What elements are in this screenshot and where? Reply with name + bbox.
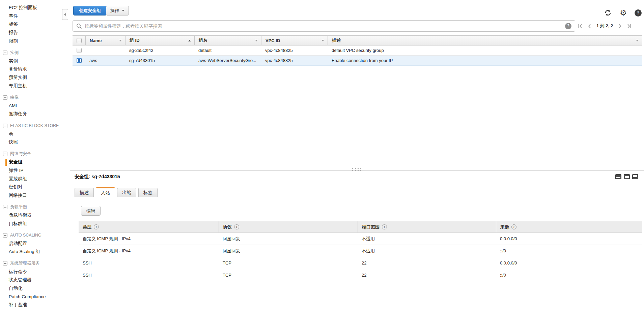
sidebar-item-instances[interactable]: 实例 (0, 57, 70, 65)
cell-description: default VPC security group (328, 45, 642, 55)
sidebar-item-tags[interactable]: 标签 (0, 20, 70, 29)
sidebar-section-systems-manager[interactable]: 系统管理器服务 (0, 259, 70, 268)
rules-column-port-range: 端口范围i (358, 221, 496, 232)
splitter-drag-handle[interactable] (352, 168, 362, 170)
select-all-checkbox[interactable] (77, 38, 82, 43)
cell-name (85, 45, 125, 55)
sidebar-section-images[interactable]: 映像 (0, 93, 70, 102)
rule-row: SSH TCP 22 ::/0 (79, 269, 642, 281)
sidebar-item-dedicated-hosts[interactable]: 专用主机 (0, 82, 70, 90)
row-checkbox-checked[interactable] (77, 58, 82, 63)
table-header-row: Name 组 ID 组名 VPC ID 描述 (73, 35, 642, 45)
column-header-group-id[interactable]: 组 ID (125, 36, 194, 45)
layout-bottom-small-icon[interactable] (615, 174, 621, 179)
sidebar-item-patch-baselines[interactable]: 补丁基准 (0, 301, 70, 309)
sidebar-section-label: ELASTIC BLOCK STORE (10, 123, 59, 128)
rule-protocol: 回显回复 (219, 245, 358, 257)
sidebar-item-network-interfaces[interactable]: 网络接口 (0, 191, 70, 199)
info-icon[interactable]: i (234, 224, 239, 229)
rule-type: SSH (79, 257, 219, 269)
sidebar-item-run-command[interactable]: 运行命令 (0, 268, 70, 276)
tab-description[interactable]: 描述 (75, 188, 94, 197)
sidebar-item-reports[interactable]: 报告 (0, 29, 70, 37)
sidebar-item-snapshots[interactable]: 快照 (0, 138, 70, 147)
create-security-group-button[interactable]: 创建安全组 (73, 6, 107, 15)
sidebar-item-reserved-instances[interactable]: 预留实例 (0, 73, 70, 82)
rules-column-protocol: 协议i (219, 221, 358, 232)
sidebar-section-instances[interactable]: 实例 (0, 49, 70, 57)
sidebar-item-state-manager[interactable]: 状态管理器 (0, 276, 70, 284)
filter-search-bar: ? (73, 20, 575, 32)
column-header-vpc-id[interactable]: VPC ID (261, 36, 328, 45)
tab-inbound[interactable]: 入站 (96, 187, 115, 197)
sidebar-item-automation[interactable]: 自动化 (0, 284, 70, 292)
tab-outbound[interactable]: 出站 (117, 188, 136, 197)
prev-page-icon[interactable] (587, 24, 592, 29)
console-toolbar-icons: ⚙ ? (604, 8, 642, 17)
security-groups-table: Name 组 ID 组名 VPC ID 描述 sg-2a5c2f42 defau… (73, 35, 642, 66)
pane-splitter[interactable] (70, 170, 644, 171)
sidebar-item-patch-compliance[interactable]: Patch Compliance (0, 292, 70, 301)
table-row[interactable]: sg-2a5c2f42 default vpc-4c848825 default… (73, 45, 642, 56)
sidebar-collapse-handle[interactable] (62, 9, 68, 20)
detail-title-label: 安全组: (75, 174, 90, 179)
info-icon[interactable]: i (511, 224, 516, 229)
sidebar-item-ami[interactable]: AMI (0, 102, 70, 110)
collapse-minus-icon (3, 233, 7, 238)
collapse-minus-icon (3, 261, 7, 266)
next-page-icon[interactable] (617, 24, 622, 29)
actions-dropdown-button[interactable]: 操作 (106, 6, 129, 15)
sidebar-item-auto-scaling-groups[interactable]: Auto Scaling 组 (0, 248, 70, 256)
sidebar-item-load-balancers[interactable]: 负载均衡器 (0, 211, 70, 220)
filter-dropdown-icon[interactable] (119, 40, 122, 41)
sidebar-section-auto-scaling[interactable]: AUTO SCALING (0, 231, 70, 240)
edit-button[interactable]: 编辑 (81, 206, 101, 216)
filter-dropdown-icon[interactable] (636, 40, 639, 41)
filter-dropdown-icon[interactable] (321, 40, 324, 41)
sidebar-item-limits[interactable]: 限制 (0, 37, 70, 45)
gear-icon[interactable]: ⚙ (620, 9, 627, 17)
info-icon[interactable]: i (94, 224, 99, 229)
sidebar-item-events[interactable]: 事件 (0, 12, 70, 21)
tab-tags[interactable]: 标签 (138, 188, 158, 197)
info-icon[interactable]: i (382, 224, 387, 229)
last-page-icon[interactable] (627, 24, 632, 29)
rules-header-row: 类型i 协议i 端口范围i 来源i (79, 221, 642, 233)
rule-protocol: TCP (219, 269, 358, 281)
sidebar-section-network-security[interactable]: 网络与安全 (0, 150, 70, 158)
refresh-icon[interactable] (604, 9, 612, 17)
sidebar-section-load-balancing[interactable]: 负载平衡 (0, 203, 70, 211)
sidebar-item-placement-groups[interactable]: 置放群组 (0, 175, 70, 183)
sidebar-item-elastic-ips[interactable]: 弹性 IP (0, 166, 70, 175)
sidebar-item-bundle-tasks[interactable]: 捆绑任务 (0, 110, 70, 118)
select-all-cell (73, 36, 85, 45)
sidebar-item-security-groups[interactable]: 安全组 (0, 158, 70, 166)
cell-group-id: sg-7d433015 (125, 56, 194, 65)
sidebar-item-volumes[interactable]: 卷 (0, 130, 70, 138)
help-icon[interactable]: ? (635, 9, 642, 17)
filter-dropdown-icon[interactable] (255, 40, 258, 41)
rule-type: 自定义 ICMP 规则 - IPv4 (79, 233, 219, 245)
rule-port-range: 22 (358, 269, 496, 281)
sidebar-item-target-groups[interactable]: 目标群组 (0, 219, 70, 228)
layout-bottom-full-icon[interactable] (632, 174, 638, 179)
sidebar-item-launch-configurations[interactable]: 启动配置 (0, 239, 70, 248)
column-header-description[interactable]: 描述 (328, 36, 642, 45)
search-input[interactable] (85, 24, 565, 29)
row-checkbox[interactable] (77, 48, 82, 53)
first-page-icon[interactable] (578, 24, 583, 29)
page-range-label: 1 到 2, 2 (596, 23, 613, 29)
column-header-group-name[interactable]: 组名 (194, 36, 261, 45)
column-header-name[interactable]: Name (85, 36, 125, 45)
table-row-selected[interactable]: aws sg-7d433015 aws-WebServerSecurityGro… (73, 56, 642, 66)
pagination: 1 到 2, 2 (578, 20, 632, 32)
sidebar-item-key-pairs[interactable]: 密钥对 (0, 183, 70, 191)
sidebar-section-ebs[interactable]: ELASTIC BLOCK STORE (0, 122, 70, 130)
cell-description: Enable connection from your IP (328, 56, 642, 65)
collapse-minus-icon (3, 95, 7, 100)
layout-bottom-half-icon[interactable] (624, 174, 630, 179)
sidebar-item-spot-requests[interactable]: 竞价请求 (0, 65, 70, 73)
search-help-icon[interactable]: ? (565, 23, 571, 29)
sidebar-item-ec2-dashboard[interactable]: EC2 控制面板 (0, 4, 70, 12)
sort-ascending-icon[interactable] (188, 40, 191, 41)
